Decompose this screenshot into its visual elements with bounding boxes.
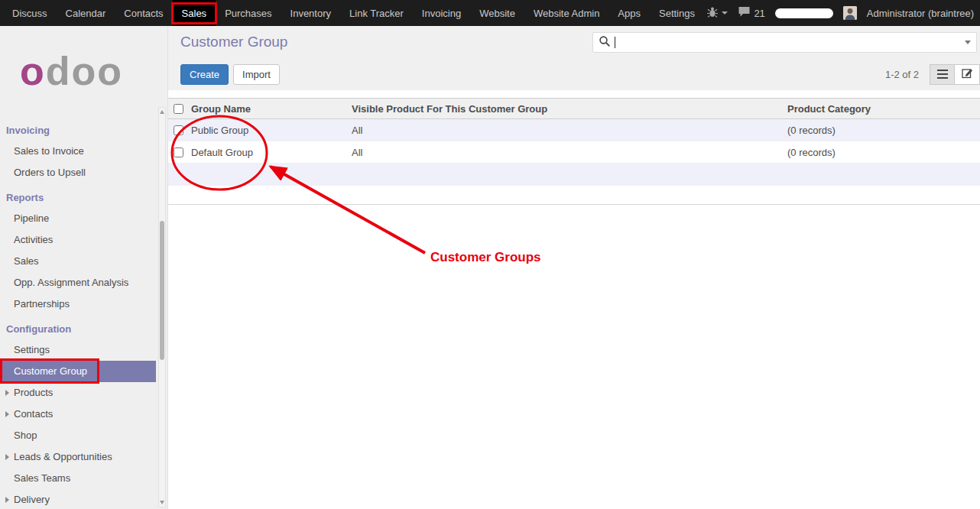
sidebar-section-reports: Reports Pipeline Activities Sales Opp. A… xyxy=(0,188,156,315)
column-header-group-name[interactable]: Group Name xyxy=(190,103,352,115)
nav-item-calendar[interactable]: Calendar xyxy=(57,0,115,26)
nav-item-website-admin[interactable]: Website Admin xyxy=(524,0,608,26)
nav-item-inventory[interactable]: Inventory xyxy=(281,0,340,26)
sidebar-item-customer-group[interactable]: Customer Group xyxy=(0,361,156,382)
table-row-public-group[interactable]: Public Group All (0 records) xyxy=(168,119,980,141)
sidebar-item-orders-to-upsell[interactable]: Orders to Upsell xyxy=(0,162,156,183)
sidebar-item-sales-to-invoice[interactable]: Sales to Invoice xyxy=(0,141,156,162)
caret-right-icon xyxy=(5,454,9,460)
column-header-product-category[interactable]: Product Category xyxy=(787,103,980,115)
cell-product-category: (0 records) xyxy=(787,147,980,158)
sidebar-item-settings[interactable]: Settings xyxy=(0,339,156,361)
caret-right-icon xyxy=(5,497,9,503)
cell-product-category: (0 records) xyxy=(787,125,980,136)
cell-group-name: Default Group xyxy=(190,147,352,158)
cell-visible-product: All xyxy=(352,125,787,136)
edit-form-icon xyxy=(962,67,973,81)
list-icon xyxy=(937,70,948,79)
form-view-button[interactable] xyxy=(955,64,980,85)
select-all-checkbox[interactable] xyxy=(174,104,183,114)
search-input[interactable] xyxy=(617,37,965,48)
sidebar-section-title: Invoicing xyxy=(0,121,156,141)
row-checkbox[interactable] xyxy=(174,148,183,157)
main-content: Customer Group Create Import 1-2 of 2 xyxy=(168,26,980,509)
search-bar[interactable] xyxy=(592,32,977,53)
message-count: 21 xyxy=(754,8,764,19)
scroll-up-icon[interactable] xyxy=(160,110,164,114)
app-menu: Discuss Calendar Contacts Sales Purchase… xyxy=(0,0,704,26)
user-avatar[interactable] xyxy=(843,6,857,20)
view-switcher xyxy=(930,64,980,85)
customer-group-list: Group Name Visible Product For This Cust… xyxy=(168,98,980,205)
nav-item-link-tracker[interactable]: Link Tracker xyxy=(340,0,413,26)
sidebar-item-leads-opportunities[interactable]: Leads & Opportunities xyxy=(0,446,156,468)
nav-item-apps[interactable]: Apps xyxy=(608,0,650,26)
column-header-visible-product[interactable]: Visible Product For This Customer Group xyxy=(352,103,787,115)
button-row: Create Import 1-2 of 2 xyxy=(168,58,980,90)
odoo-logo-text: odoo xyxy=(20,51,123,91)
sidebar-item-delivery[interactable]: Delivery xyxy=(0,489,156,509)
breadcrumb-row: Customer Group xyxy=(168,26,980,58)
sidebar-section-title: Reports xyxy=(0,188,156,208)
table-header-row: Group Name Visible Product For This Cust… xyxy=(168,98,980,119)
empty-row xyxy=(168,186,980,205)
import-button[interactable]: Import xyxy=(233,64,280,85)
nav-item-website[interactable]: Website xyxy=(470,0,524,26)
nav-item-purchases[interactable]: Purchases xyxy=(216,0,281,26)
debug-menu[interactable] xyxy=(706,7,728,20)
messages-menu[interactable]: 21 xyxy=(738,6,764,20)
sidebar-item-opp-assignment-analysis[interactable]: Opp. Assignment Analysis xyxy=(0,272,156,293)
nav-item-sales[interactable]: Sales xyxy=(173,0,216,26)
bug-icon xyxy=(706,7,719,20)
cell-group-name: Public Group xyxy=(190,125,352,136)
nav-item-contacts[interactable]: Contacts xyxy=(115,0,172,26)
caret-right-icon xyxy=(5,390,9,396)
sidebar-menu: odoo Invoicing Sales to Invoice Orders t… xyxy=(0,26,156,509)
search-icon xyxy=(599,35,611,50)
user-menu[interactable]: Administrator (braintree) xyxy=(867,8,974,19)
scroll-down-icon[interactable] xyxy=(160,501,164,504)
pager: 1-2 of 2 xyxy=(885,69,919,80)
status-pill xyxy=(775,8,833,18)
search-options-caret-icon[interactable] xyxy=(965,41,971,44)
row-checkbox[interactable] xyxy=(174,125,183,135)
navbar-right: 21 Administrator (braintree) xyxy=(706,0,980,26)
sidebar-section-invoicing: Invoicing Sales to Invoice Orders to Ups… xyxy=(0,121,156,183)
top-navbar: Discuss Calendar Contacts Sales Purchase… xyxy=(0,0,980,26)
sidebar-item-sales-teams[interactable]: Sales Teams xyxy=(0,468,156,489)
control-panel: Customer Group Create Import 1-2 of 2 xyxy=(168,26,980,90)
chevron-down-icon xyxy=(722,11,728,15)
sidebar-item-shop[interactable]: Shop xyxy=(0,425,156,446)
sidebar-section-configuration: Configuration Settings Customer Group Pr… xyxy=(0,319,156,509)
nav-item-discuss[interactable]: Discuss xyxy=(3,0,57,26)
page-title: Customer Group xyxy=(180,34,287,50)
sidebar-item-activities[interactable]: Activities xyxy=(0,229,156,251)
text-cursor xyxy=(615,37,615,48)
odoo-logo: odoo xyxy=(0,26,156,116)
sidebar-item-products[interactable]: Products xyxy=(0,382,156,404)
sidebar-scrollbar[interactable] xyxy=(158,107,166,507)
caret-right-icon xyxy=(5,411,9,417)
sidebar-item-pipeline[interactable]: Pipeline xyxy=(0,208,156,229)
list-view-button[interactable] xyxy=(930,64,955,85)
create-button[interactable]: Create xyxy=(180,64,229,85)
table-row-default-group[interactable]: Default Group All (0 records) xyxy=(168,141,980,164)
sidebar-item-sales[interactable]: Sales xyxy=(0,251,156,272)
sidebar-item-partnerships[interactable]: Partnerships xyxy=(0,293,156,315)
chat-icon xyxy=(738,6,751,20)
scrollbar-thumb[interactable] xyxy=(160,221,164,360)
empty-row xyxy=(168,164,980,186)
sidebar-item-contacts[interactable]: Contacts xyxy=(0,404,156,425)
nav-item-settings[interactable]: Settings xyxy=(650,0,704,26)
cell-visible-product: All xyxy=(352,147,787,158)
sidebar: odoo Invoicing Sales to Invoice Orders t… xyxy=(0,26,168,509)
sidebar-section-title: Configuration xyxy=(0,319,156,339)
nav-item-invoicing[interactable]: Invoicing xyxy=(413,0,470,26)
